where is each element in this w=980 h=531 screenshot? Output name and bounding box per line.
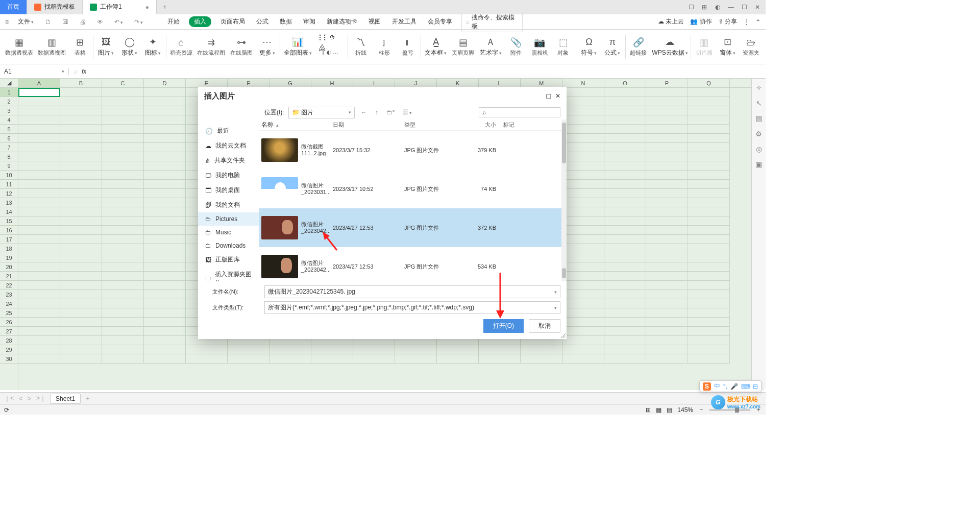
row-header[interactable]: 8 <box>0 152 18 161</box>
col-header[interactable]: B <box>60 79 102 87</box>
menu-review[interactable]: 审阅 <box>301 16 317 27</box>
row-header[interactable]: 12 <box>0 189 18 198</box>
maximize-icon[interactable]: ☐ <box>738 2 750 12</box>
tab-template[interactable]: 找稻壳模板 <box>27 0 83 14</box>
preview-icon[interactable]: 👁 <box>95 18 105 26</box>
row-header[interactable]: 23 <box>0 290 18 299</box>
menu-newtab[interactable]: 新建选项卡 <box>325 16 359 27</box>
row-header[interactable]: 21 <box>0 272 18 281</box>
side-music[interactable]: 🗀Music <box>198 226 259 239</box>
dialog-close-icon[interactable]: ✕ <box>555 92 560 100</box>
view-normal-icon[interactable]: ⊞ <box>646 406 651 414</box>
ime-keyboard-icon[interactable]: ⌨ <box>741 383 750 390</box>
sheet-last-icon[interactable]: >｜ <box>35 394 47 403</box>
user-avatar[interactable]: ◐ <box>712 2 724 12</box>
rb-resfolder[interactable]: 🗁资源夹 <box>739 32 763 62</box>
back-icon[interactable]: ← <box>359 109 369 116</box>
row-header[interactable]: 27 <box>0 327 18 336</box>
row-header[interactable]: 1 <box>0 88 18 97</box>
rb-pivot-chart[interactable]: ▥数据透视图 <box>36 32 68 62</box>
newfolder-icon[interactable]: 🗀* <box>384 109 397 116</box>
hdr-date[interactable]: 日期 <box>333 121 404 129</box>
menu-formula[interactable]: 公式 <box>254 16 271 27</box>
row-header[interactable]: 26 <box>0 318 18 327</box>
cloud-status[interactable]: ☁ 未上云 <box>658 17 684 26</box>
row-header[interactable]: 2 <box>0 97 18 106</box>
row-header[interactable]: 9 <box>0 161 18 171</box>
ime-lang[interactable]: 中 <box>714 382 720 391</box>
name-box[interactable]: A1▾ <box>0 68 69 75</box>
open-button[interactable]: 打开(O) <box>483 319 524 333</box>
tab-workbook[interactable]: 工作簿1● <box>83 0 157 14</box>
row-header[interactable]: 19 <box>0 253 18 262</box>
rb-shape[interactable]: ◯形状▾ <box>118 32 141 62</box>
hdr-name[interactable]: 名称 ▴ <box>261 120 333 129</box>
hdr-tag[interactable]: 标记 <box>496 121 527 129</box>
rb-object[interactable]: ⬚对象 <box>551 32 575 62</box>
col-header[interactable]: P <box>646 79 688 87</box>
rb-winloss[interactable]: ⫾盈亏 <box>396 32 420 62</box>
rb-mind[interactable]: ⊶在线脑图 <box>228 32 255 62</box>
rb-form[interactable]: ⊡窗体▾ <box>716 32 739 62</box>
row-header[interactable]: 3 <box>0 106 18 115</box>
row-header[interactable]: 5 <box>0 125 18 134</box>
rb-hyperlink[interactable]: 🔗超链接 <box>627 32 650 62</box>
row-header[interactable]: 20 <box>0 262 18 272</box>
hdr-type[interactable]: 类型 <box>404 121 460 129</box>
row-header[interactable]: 4 <box>0 115 18 125</box>
rb-more[interactable]: ⋯更多▾ <box>255 32 279 62</box>
side-location-icon[interactable]: ◎ <box>756 145 762 153</box>
side-gallery[interactable]: 🖼正版图库 <box>198 252 259 267</box>
rb-sparkcol[interactable]: ⫿柱形 <box>373 32 396 62</box>
col-header[interactable]: Q <box>688 79 730 87</box>
undo-icon[interactable]: ↶▾ <box>112 18 125 26</box>
file-row[interactable]: 微信图片_2023031...2023/3/17 10:52JPG 图片文件74… <box>259 170 567 208</box>
rb-icon[interactable]: ✦图标▾ <box>141 32 165 62</box>
cancel-button[interactable]: 取消 <box>529 319 560 333</box>
col-header[interactable]: O <box>604 79 646 87</box>
row-header[interactable]: 29 <box>0 345 18 354</box>
row-header[interactable]: 14 <box>0 207 18 216</box>
menu-dev[interactable]: 开发工具 <box>390 16 419 27</box>
rb-flow[interactable]: ⇉在线流程图 <box>195 32 228 62</box>
menu-start[interactable]: 开始 <box>165 16 182 27</box>
menu-data[interactable]: 数据 <box>278 16 294 27</box>
ime-voice-icon[interactable]: 🎤 <box>730 383 738 390</box>
col-header[interactable]: J <box>395 79 437 87</box>
zoom-out-icon[interactable]: － <box>698 405 704 414</box>
view-mode-icon[interactable]: ☰▾ <box>401 109 414 116</box>
new-icon[interactable]: 🗋 <box>43 18 53 26</box>
sheet-add-icon[interactable]: ＋ <box>84 394 92 403</box>
tab-home[interactable]: 首页 <box>0 0 27 14</box>
row-header[interactable]: 30 <box>0 354 18 364</box>
col-header[interactable]: D <box>144 79 186 87</box>
layout-icon[interactable]: ☐ <box>685 2 697 12</box>
menu-file[interactable]: 文件▾ <box>16 16 36 27</box>
menu-member[interactable]: 会员专享 <box>426 16 454 27</box>
sheet-tab-1[interactable]: Sheet1 <box>50 394 81 404</box>
side-cloud[interactable]: ☁我的云文档 <box>198 138 259 153</box>
coop-button[interactable]: 👥 协作 <box>690 17 712 26</box>
row-header[interactable]: 25 <box>0 308 18 318</box>
side-panel-icon[interactable]: ▤ <box>755 114 762 123</box>
col-header[interactable]: N <box>562 79 604 87</box>
side-settings-icon[interactable]: ⚙ <box>755 130 762 138</box>
row-header[interactable]: 17 <box>0 235 18 244</box>
selectall-corner[interactable]: ◢ <box>0 79 18 88</box>
rb-wordart[interactable]: Ａ艺术字▾ <box>477 32 504 62</box>
status-mode-icon[interactable]: ⟳ <box>4 406 9 414</box>
side-computer[interactable]: 🖵我的电脑 <box>198 168 259 183</box>
up-icon[interactable]: ↑ <box>373 109 380 116</box>
row-header[interactable]: 11 <box>0 180 18 189</box>
row-header[interactable]: 15 <box>0 216 18 226</box>
sheet-first-icon[interactable]: ｜< <box>3 394 15 403</box>
col-header[interactable]: E <box>186 79 228 87</box>
location-select[interactable]: 📁 图片▾ <box>288 107 355 118</box>
side-desktop[interactable]: 🗔我的桌面 <box>198 183 259 198</box>
view-page-icon[interactable]: ▦ <box>656 406 662 414</box>
rb-pivot-table[interactable]: ▦数据透视表 <box>3 32 36 62</box>
rb-textbox[interactable]: A̲文本框▾ <box>422 32 449 62</box>
rb-table[interactable]: ⊞表格 <box>68 32 92 62</box>
more-icon[interactable]: ⋮ <box>743 18 749 26</box>
col-header[interactable]: L <box>479 79 521 87</box>
